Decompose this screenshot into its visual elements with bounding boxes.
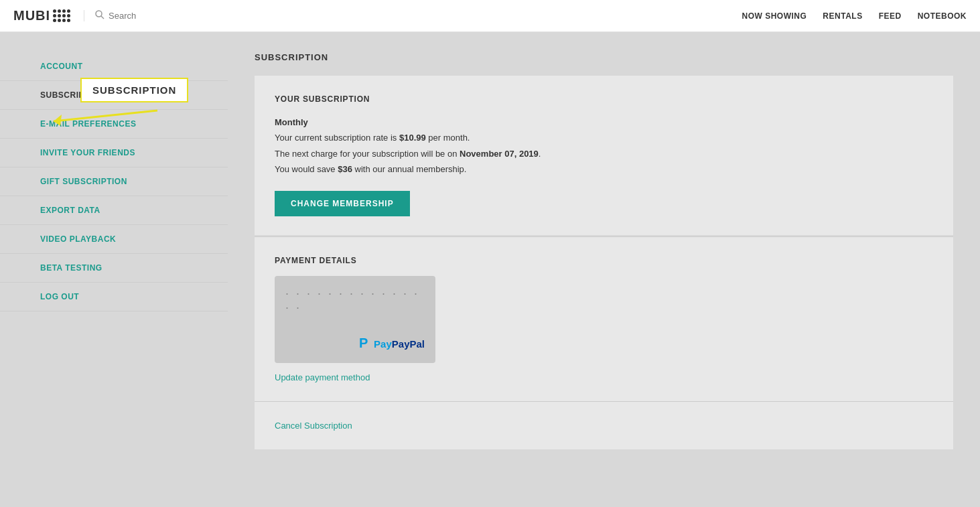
sidebar-item-invite-friends[interactable]: INVITE YOUR FRIENDS <box>0 139 228 167</box>
subscription-card: YOUR SUBSCRIPTION Monthly Your current s… <box>255 76 953 235</box>
paypal-p-icon: P <box>359 336 371 352</box>
change-membership-button[interactable]: CHANGE MEMBERSHIP <box>275 191 410 216</box>
sidebar-item-export-data[interactable]: EXPORT DATA <box>0 196 228 225</box>
nav-feed[interactable]: FEED <box>879 11 902 21</box>
sidebar-item-subscription[interactable]: SUBSCRIPTION <box>0 81 228 110</box>
subscription-info: Monthly Your current subscription rate i… <box>275 115 933 177</box>
savings-intro: You would save <box>275 164 338 174</box>
search-icon <box>95 10 104 21</box>
next-charge-date: November 07, 2019 <box>460 149 539 159</box>
payment-details-title: PAYMENT DETAILS <box>275 256 933 265</box>
paypal-logo: P PayPayPal <box>285 336 425 352</box>
main-content: SUBSCRIPTION YOUR SUBSCRIPTION Monthly Y… <box>228 32 980 507</box>
rate-suffix: per month. <box>426 133 470 143</box>
rate-intro: Your current subscription rate is <box>275 133 399 143</box>
logo-dots-icon <box>53 9 70 22</box>
savings-suffix: with our annual membership. <box>352 164 467 174</box>
nav-notebook[interactable]: NOTEBOOK <box>918 11 967 21</box>
sidebar: SUBSCRIPTION ACCOUNT SUBSCRIPTION E-MAIL… <box>0 32 228 507</box>
savings-amount: $36 <box>338 164 352 174</box>
logo-text: MUBI <box>13 8 50 23</box>
plan-text: Monthly <box>275 117 308 127</box>
cancel-section: Cancel Subscription <box>255 402 953 449</box>
svg-text:P: P <box>359 336 368 350</box>
svg-point-0 <box>96 11 102 17</box>
search-container <box>84 10 742 21</box>
payment-section: PAYMENT DETAILS · · · · · · · · · · · · … <box>255 237 953 401</box>
paypal-card: · · · · · · · · · · · · · · · P PayPayPa… <box>275 276 435 363</box>
sidebar-item-log-out[interactable]: LOG OUT <box>0 283 228 311</box>
svg-line-1 <box>101 16 104 19</box>
sidebar-item-video-playback[interactable]: VIDEO PLAYBACK <box>0 225 228 254</box>
header-nav: NOW SHOWING RENTALS FEED NOTEBOOK <box>742 11 967 21</box>
sidebar-item-account[interactable]: ACCOUNT <box>0 52 228 81</box>
cancel-subscription-link[interactable]: Cancel Subscription <box>275 421 352 431</box>
nav-now-showing[interactable]: NOW SHOWING <box>742 11 807 21</box>
page-title: SUBSCRIPTION <box>255 52 953 62</box>
card-dots: · · · · · · · · · · · · · · · <box>285 287 425 315</box>
nav-rentals[interactable]: RENTALS <box>823 11 862 21</box>
update-payment-link[interactable]: Update payment method <box>275 372 370 382</box>
your-subscription-title: YOUR SUBSCRIPTION <box>275 94 933 104</box>
next-charge-intro: The next charge for your subscription wi… <box>275 149 460 159</box>
rate-amount: $10.99 <box>399 133 426 143</box>
search-input[interactable] <box>109 11 242 21</box>
mubi-logo[interactable]: MUBI <box>13 8 70 23</box>
sidebar-item-email-preferences[interactable]: E-MAIL PREFERENCES <box>0 110 228 139</box>
sidebar-item-gift-subscription[interactable]: GIFT SUBSCRIPTION <box>0 167 228 196</box>
sidebar-item-beta-testing[interactable]: BETA TESTING <box>0 254 228 283</box>
header: MUBI NOW SHOWING RENTALS FEED NOTEBOOK <box>0 0 980 32</box>
page-wrapper: SUBSCRIPTION ACCOUNT SUBSCRIPTION E-MAIL… <box>0 32 980 507</box>
